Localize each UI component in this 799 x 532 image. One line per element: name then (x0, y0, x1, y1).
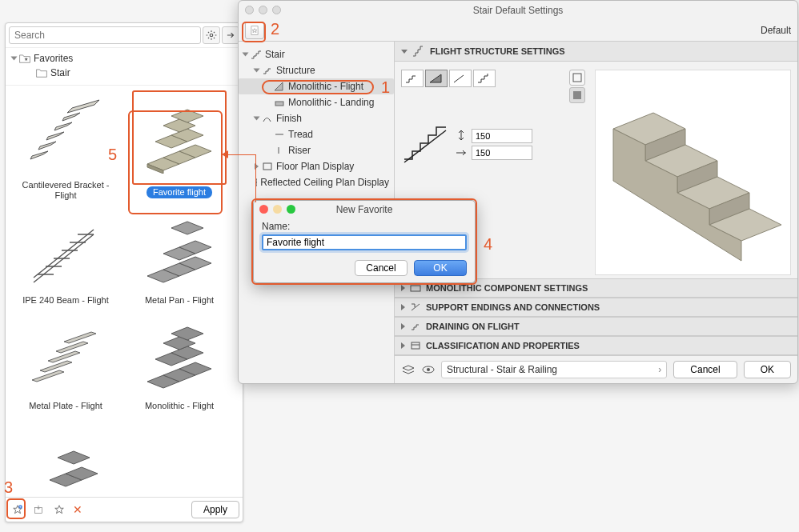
disclosure-icon (401, 323, 405, 330)
svg-rect-57 (411, 286, 420, 291)
svg-marker-2 (30, 151, 48, 159)
thumbnail-item[interactable]: Cantilevered Bracket - Flight (9, 90, 122, 202)
tree-label: Floor Plan Display (276, 161, 354, 172)
tree-rcp[interactable]: Reflected Ceiling Plan Display (239, 174, 394, 190)
svg-marker-38 (58, 451, 90, 464)
svg-marker-4 (46, 132, 64, 140)
tree-item-stair[interactable]: Stair (7, 66, 241, 80)
dialog-ok-button[interactable]: OK (414, 260, 467, 276)
preview-mode-col (569, 70, 587, 275)
disclosure-icon (401, 285, 405, 291)
favorite-name-input[interactable] (262, 234, 467, 250)
structure-icon (262, 66, 273, 75)
svg-rect-44 (263, 163, 271, 170)
thumbnail-item[interactable]: Metal Plate - Flight (9, 311, 122, 413)
mode-btn-4[interactable] (473, 70, 496, 87)
thumbnail-grid[interactable]: Cantilevered Bracket - FlightFavorite fl… (6, 86, 243, 497)
stair-preview-icon (597, 73, 789, 273)
svg-rect-43 (275, 102, 283, 106)
disclosure-icon (401, 342, 405, 349)
svg-point-0 (210, 34, 213, 37)
thumbnail-label: Favorite flight (143, 185, 215, 200)
svg-text:★: ★ (24, 58, 28, 62)
favorites-bottom-bar: + ✕ Apply (6, 497, 243, 522)
mode-btn-1[interactable] (401, 70, 424, 87)
gear-icon[interactable] (203, 26, 220, 44)
height-dim-icon (456, 130, 467, 141)
tree-monolithic-flight[interactable]: Monolithic - Flight (239, 78, 394, 94)
dialog-cancel-button[interactable]: Cancel (355, 260, 408, 276)
section-support-endings[interactable]: SUPPORT ENDINGS AND CONNECTIONS (395, 298, 797, 317)
section-classification[interactable]: CLASSIFICATION AND PROPERTIES (395, 336, 797, 355)
add-favorite-icon[interactable]: + (9, 501, 26, 518)
remove-favorite-icon[interactable] (50, 501, 68, 518)
search-input[interactable] (9, 26, 201, 44)
preview-3d[interactable] (595, 70, 791, 275)
thumbnail-label: Metal Pan - Flight (142, 294, 217, 307)
import-favorite-icon[interactable] (30, 501, 47, 518)
svg-marker-3 (38, 142, 56, 150)
structure-mode-row (401, 70, 561, 87)
tree-tread[interactable]: Tread (239, 126, 394, 142)
section-icon (410, 302, 421, 312)
thickness-params (401, 124, 561, 164)
thumbnail-item[interactable]: IPE 240 Beam - Flight (9, 206, 122, 307)
svg-rect-42 (251, 26, 258, 35)
thumbnail-image (135, 94, 223, 182)
thumbnail-image (135, 206, 223, 294)
ok-button[interactable]: OK (744, 361, 791, 378)
section-flight-structure[interactable]: FLIGHT STRUCTURE SETTINGS (395, 42, 797, 62)
svg-marker-28 (64, 332, 96, 343)
tree-root-favorites[interactable]: ★ Favorites (7, 51, 241, 66)
tree-riser[interactable]: Riser (239, 142, 394, 158)
disclosure-icon (254, 117, 260, 121)
offset-dim-icon (456, 147, 467, 158)
chevron-right-icon: › (658, 364, 661, 375)
thumbnail-image (22, 416, 110, 497)
tree-label: Monolithic - Flight (288, 81, 363, 92)
svg-line-16 (34, 230, 94, 278)
tree-finish[interactable]: Finish (239, 110, 394, 126)
svg-marker-25 (40, 361, 72, 372)
layer-stack-icon (401, 364, 416, 375)
mode-btn-2[interactable] (425, 70, 448, 87)
favorite-paper-icon[interactable] (245, 22, 264, 39)
disclosure-icon (401, 304, 405, 310)
apply-button[interactable]: Apply (191, 501, 239, 518)
section-draining[interactable]: DRAINING ON FLIGHT (395, 317, 797, 336)
mode-btn-3[interactable] (449, 70, 472, 87)
window-traffic-lights[interactable] (245, 6, 281, 14)
preview-shaded-icon[interactable] (569, 87, 585, 103)
settings-bottom-bar: Structural - Stair & Railing › Cancel OK (395, 355, 797, 383)
thumbnail-item[interactable]: Favorite flight (122, 90, 236, 202)
tree-label: Structure (276, 65, 315, 76)
window-title: Stair Default Settings (473, 5, 564, 16)
thumbnail-label: Metal Plate - Flight (26, 399, 106, 413)
thumbnail-image (135, 311, 223, 399)
thumbnail-label: Cantilevered Bracket - Flight (9, 178, 122, 202)
delete-x-icon[interactable]: ✕ (73, 503, 82, 516)
layer-name: Structural - Stair & Railing (447, 364, 557, 375)
name-label: Name: (262, 221, 467, 232)
folder-icon (36, 68, 47, 78)
tree-floor-plan[interactable]: Floor Plan Display (239, 158, 394, 174)
svg-marker-26 (48, 351, 80, 362)
thickness-input-1[interactable] (472, 129, 532, 143)
window-titlebar: Stair Default Settings (239, 1, 797, 20)
arrow-icon[interactable] (222, 26, 239, 44)
thumbnail-item[interactable]: Monolithic - Flight (122, 311, 236, 413)
dialog-traffic-lights[interactable] (259, 205, 295, 214)
section-title: FLIGHT STRUCTURE SETTINGS (430, 46, 565, 56)
tree-structure[interactable]: Structure (239, 62, 394, 78)
svg-marker-6 (62, 113, 80, 121)
layer-select[interactable]: Structural - Stair & Railing › (441, 361, 667, 378)
thickness-input-2[interactable] (472, 146, 532, 160)
preview-wire-icon[interactable] (569, 70, 585, 86)
thumbnail-item[interactable]: Metal Pan - Flight (122, 206, 236, 307)
tree-label: Stair (50, 67, 70, 78)
thumbnail-item[interactable] (9, 416, 122, 497)
monolithic-icon (274, 82, 285, 91)
tree-stair[interactable]: Stair (239, 46, 394, 62)
tree-monolithic-landing[interactable]: Monolithic - Landing (239, 94, 394, 110)
cancel-button[interactable]: Cancel (673, 361, 737, 378)
